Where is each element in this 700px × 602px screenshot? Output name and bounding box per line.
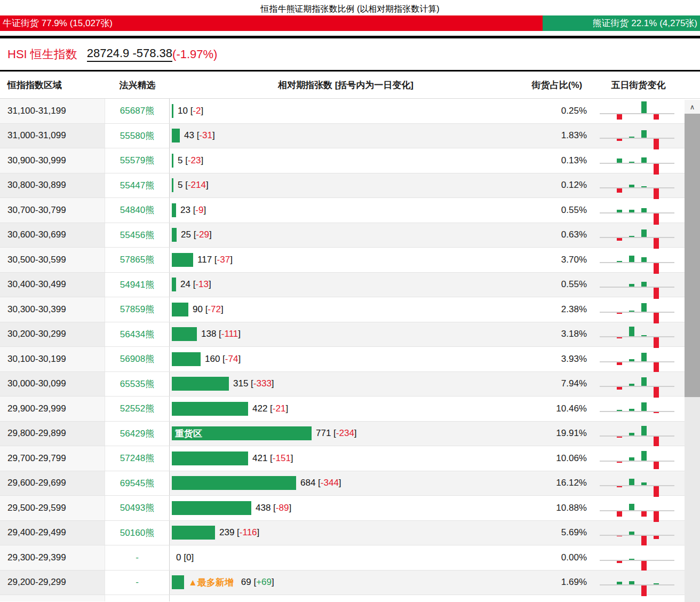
cbbc-code-link[interactable]: 52552熊 [105, 397, 170, 421]
index-range-cell: 29,300-29,399 [0, 545, 105, 570]
index-price-change-link[interactable]: 28724.9 -578.38 [87, 46, 172, 62]
contracts-value-text: 421 [-151] [252, 453, 293, 464]
cbbc-code-link[interactable]: 54941熊 [105, 273, 170, 297]
five-day-change-cell [592, 123, 685, 148]
scrollbar-thumb[interactable] [685, 114, 700, 397]
five-day-mini-chart [600, 248, 674, 272]
five-day-change-cell [592, 198, 685, 223]
five-day-mini-chart [600, 570, 674, 595]
index-range-cell: 29,500-29,599 [0, 496, 105, 520]
cbbc-code-link[interactable]: 55447熊 [105, 173, 170, 198]
contracts-bar-wrap: 5 [-214] [170, 178, 522, 192]
mini-bar-down [617, 462, 622, 463]
mini-bar-up [629, 311, 634, 312]
mini-bar-up [629, 532, 634, 535]
outstanding-pct-cell: 10.88% [522, 503, 592, 513]
mini-bar-up [629, 284, 634, 287]
contracts-value-text: 25 [-29] [181, 229, 212, 240]
mini-chart-baseline [600, 336, 674, 337]
cbbc-code-link[interactable]: 56908熊 [105, 347, 170, 371]
most-added-label: ▲最多新增 [188, 576, 234, 589]
contracts-bar [172, 402, 248, 416]
cbbc-code-link[interactable]: 56429熊 [105, 422, 170, 446]
mini-chart-baseline [600, 485, 674, 486]
contracts-bar-wrap: 5 [-23] [170, 154, 522, 168]
cbbc-code-link[interactable]: 54840熊 [105, 198, 170, 223]
mini-bar-up [629, 433, 634, 435]
cbbc-code-link[interactable]: 56434熊 [105, 322, 170, 347]
contracts-cell: 5 [-23] [170, 154, 522, 168]
contracts-value-text: 5 [-23] [178, 155, 203, 166]
outstanding-pct-cell: 7.94% [522, 378, 592, 389]
vertical-scrollbar[interactable]: ∧ [685, 100, 700, 602]
mini-bar-up [629, 384, 634, 386]
cbbc-code-link[interactable]: 57865熊 [105, 248, 170, 272]
contracts-bar [172, 526, 215, 540]
contracts-cell: 438 [-89] [170, 501, 522, 515]
header-outstanding-pct: 街货占比(%) [522, 79, 592, 91]
mini-bar-up [629, 185, 634, 187]
contracts-bar [172, 501, 251, 515]
table-row: 30,500-30,59957865熊117 [-37]3.70% [0, 248, 700, 273]
outstanding-pct-cell: 0.12% [522, 180, 592, 191]
mini-bar-up [641, 186, 647, 187]
outstanding-pct-cell: 0.55% [522, 279, 592, 290]
mini-bar-up [641, 229, 647, 237]
cbbc-code-link[interactable]: 55456熊 [105, 223, 170, 248]
index-range-cell: 30,800-30,899 [0, 173, 105, 198]
cbbc-code-link[interactable]: 65535熊 [105, 372, 170, 397]
cbbc-code-link[interactable]: 50493熊 [105, 496, 170, 520]
contracts-bar-wrap: 422 [-21] [170, 402, 522, 416]
mini-bar-up [629, 327, 634, 336]
mini-chart-baseline [600, 312, 674, 313]
contracts-bar [172, 377, 229, 391]
contracts-bar-wrap: 10 [-2] [170, 104, 522, 118]
contracts-bar-wrap: 315 [-333] [170, 377, 522, 391]
contracts-bar [172, 303, 188, 316]
mini-chart-baseline [600, 560, 674, 561]
mini-bar-up [641, 482, 647, 485]
table-row: 30,200-30,29956434熊138 [-111]3.18% [0, 322, 700, 347]
five-day-change-cell [592, 347, 685, 371]
outstanding-pct-cell: 0.00% [522, 552, 592, 563]
mini-bar-up [617, 261, 622, 262]
mini-bar-up [641, 130, 647, 138]
contracts-bar-wrap: 24 [-13] [170, 278, 522, 291]
contracts-value-text: 438 [-89] [256, 503, 291, 513]
mini-bar-down [641, 585, 647, 596]
cbbc-code-link[interactable]: 50160熊 [105, 521, 170, 545]
five-day-change-cell [592, 397, 685, 421]
scroll-up-button[interactable]: ∧ [685, 100, 700, 114]
cbbc-code-link[interactable]: 55580熊 [105, 124, 170, 148]
contracts-bar [172, 352, 201, 366]
mini-bar-up [654, 583, 659, 584]
header-sg-picks: 法兴精选 [105, 79, 170, 91]
mini-bar-down [654, 462, 659, 469]
cbbc-code-link[interactable]: 57859熊 [105, 297, 170, 322]
five-day-change-cell [592, 322, 685, 346]
contracts-value-text: 117 [-37] [197, 255, 233, 265]
contracts-cell: 422 [-21] [170, 402, 522, 416]
cbbc-code-link[interactable]: 57248熊 [105, 446, 170, 471]
outstanding-pct-cell: 10.46% [522, 403, 592, 414]
header-index-range: 恒指指数区域 [0, 79, 105, 91]
table-row: 30,000-30,09965535熊315 [-333]7.94% [0, 372, 700, 397]
contracts-bar-wrap: 90 [-72] [170, 303, 522, 316]
cbbc-code-link[interactable]: 55579熊 [105, 148, 170, 173]
contracts-value-text: 10 [-2] [178, 106, 203, 116]
outstanding-pct-cell: 0.63% [522, 229, 592, 240]
cbbc-code-link[interactable]: 69545熊 [105, 471, 170, 496]
mini-bar-down [641, 536, 647, 545]
contracts-bar-wrap: 138 [-111] [170, 327, 522, 341]
contracts-bar-wrap: 0 [0] [170, 552, 522, 563]
contracts-cell: 138 [-111] [170, 327, 522, 341]
five-day-change-cell [592, 148, 685, 173]
cbbc-code-link: - [105, 545, 170, 570]
cbbc-code-link[interactable]: 65687熊 [105, 99, 170, 123]
mini-bar-up [641, 451, 647, 461]
mini-bar-up [641, 257, 647, 262]
contracts-value-text: 5 [-214] [178, 180, 209, 191]
contracts-cell: 684 [-344] [170, 476, 522, 490]
contracts-bar [172, 129, 180, 142]
mini-bar-up [641, 426, 647, 435]
